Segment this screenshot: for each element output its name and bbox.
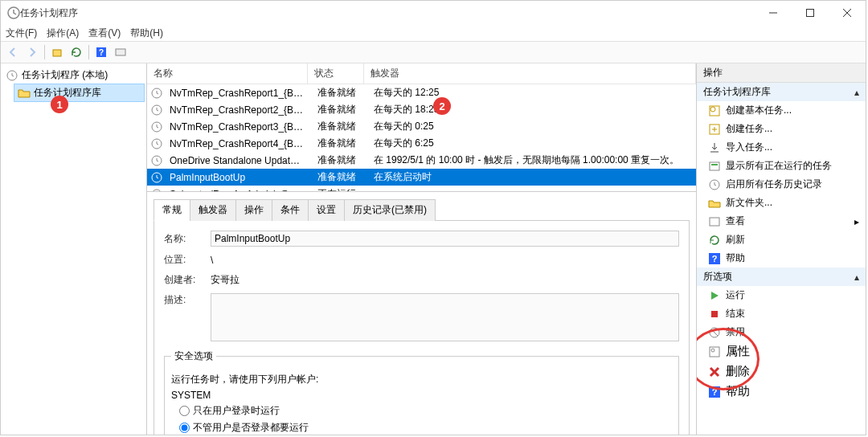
action-import[interactable]: 导入任务... [697,138,866,157]
props-icon [708,345,721,358]
action-disable[interactable]: 禁用 [697,323,866,341]
name-field[interactable] [211,231,679,247]
cell-state: 准备就绪 [311,85,367,100]
cell-name: NvTmRep_CrashReport2_{B2FE1952-0186-46C.… [163,104,311,116]
cell-name: OneDrive Standalone Update Task-S-1-5-21… [163,154,311,167]
action-task-new2[interactable]: 创建任务... [697,120,866,138]
action-label: 查看 [726,214,745,228]
back-button [4,43,22,61]
user-hint: 运行任务时，请使用下列用户帐户: [171,373,672,386]
table-row[interactable]: OneDrive Standalone Update Task-S-1-5-21… [147,152,696,169]
action-view[interactable]: 查看▸ [697,212,866,231]
task-new2-icon [708,123,721,136]
svg-text:?: ? [99,48,104,57]
action-help[interactable]: ?帮助 [697,382,866,402]
table-row[interactable]: PalmInputBootUp准备就绪在系统启动时 [147,169,696,186]
action-help[interactable]: ?帮助 [697,249,866,268]
help-button[interactable]: ? [92,43,110,61]
action-task-new[interactable]: 创建基本任务... [697,101,866,120]
cell-trigger: 在 1992/5/1 的 10:00 时 - 触发后，无限期地每隔 1.00:0… [367,153,696,168]
app-icon [7,6,20,19]
detail-pane: 常规 触发器 操作 条件 设置 历史记录(已禁用) 名称: 位置:\ 创建者:安… [147,192,696,435]
tab-history[interactable]: 历史记录(已禁用) [344,199,436,221]
action-label: 属性 [726,344,750,359]
up-button[interactable] [48,43,66,61]
table-row[interactable]: Snipaste (Run As Admin) @DA39正在运行 [147,186,696,192]
tree-library[interactable]: 任务计划程序库 [14,84,145,102]
radio-loggedon[interactable] [179,406,190,416]
tab-settings[interactable]: 设置 [308,199,345,221]
table-row[interactable]: NvTmRep_CrashReport1_{B2FE1952-0186-46C.… [147,84,696,101]
menu-help[interactable]: 帮助(H) [130,27,163,40]
location-label: 位置: [164,253,204,267]
close-button[interactable] [829,1,866,25]
cell-state: 准备就绪 [311,102,367,117]
running-icon [708,160,721,173]
actions-group-selected[interactable]: 所选项 ▴ [697,268,866,286]
action-label: 创建任务... [726,122,772,136]
run-button[interactable] [112,43,129,61]
radio-anyuser[interactable] [179,423,190,433]
svg-rect-2 [53,50,61,56]
disable-icon [708,326,721,339]
action-label: 新文件夹... [726,196,772,210]
action-play[interactable]: 运行 [697,286,866,304]
action-label: 帮助 [726,251,745,265]
menu-action[interactable]: 操作(A) [47,27,79,40]
tree-root[interactable]: 任务计划程序 (本地) [2,67,145,84]
action-refresh[interactable]: 刷新 [697,231,866,249]
tab-triggers[interactable]: 触发器 [190,199,236,221]
cell-name: NvTmRep_CrashReport1_{B2FE1952-0186-46C.… [163,87,311,100]
action-label: 显示所有正在运行的任务 [726,159,832,173]
menu-view[interactable]: 查看(V) [88,27,121,40]
minimize-button[interactable] [755,1,792,25]
svg-rect-24 [711,311,718,317]
cell-trigger: 在每天的 12:25 [367,85,696,100]
action-label: 帮助 [726,384,750,399]
actions-group-lib[interactable]: 任务计划程序库 ▴ [697,83,866,101]
name-label: 名称: [164,232,204,246]
col-state[interactable]: 状态 [308,63,364,84]
table-row[interactable]: NvTmRep_CrashReport2_{B2FE1952-0186-46C.… [147,101,696,118]
history-icon [708,178,721,191]
desc-field[interactable] [211,293,679,341]
action-delete[interactable]: 删除 [697,361,866,382]
actions-header: 操作 [697,63,866,83]
annotation-badge-2: 2 [433,97,451,115]
action-props[interactable]: 属性 [697,341,866,361]
chevron-right-icon: ▸ [854,216,859,227]
tab-general[interactable]: 常规 [154,199,190,221]
cell-state: 准备就绪 [311,119,367,134]
clock-icon [150,171,163,184]
action-running[interactable]: 显示所有正在运行的任务 [697,157,866,175]
view-icon [708,215,721,228]
collapse-icon: ▴ [854,272,859,283]
cell-trigger: 在系统启动时 [367,169,696,185]
folder-icon [18,87,31,100]
cell-trigger: 在每天的 6:25 [367,136,696,151]
refresh-button[interactable] [68,43,85,61]
clock-icon [150,188,163,193]
radio-loggedon-label: 只在用户登录时运行 [193,404,280,418]
svg-rect-26 [710,347,719,357]
table-row[interactable]: NvTmRep_CrashReport3_{B2FE1952-0186-46C.… [147,118,696,135]
cell-state: 准备就绪 [311,153,367,168]
col-trigger[interactable]: 触发器 [364,63,696,84]
action-label: 结束 [726,307,745,321]
action-history[interactable]: 启用所有任务历史记录 [697,175,866,194]
action-label: 禁用 [726,325,745,339]
svg-rect-5 [116,49,125,55]
radio-anyuser-label: 不管用户是否登录都要运行 [193,421,309,435]
tab-actions[interactable]: 操作 [235,199,272,221]
task-list[interactable]: 名称 状态 触发器 NvTmRep_CrashReport1_{B2FE1952… [147,63,696,192]
table-row[interactable]: NvTmRep_CrashReport4_{B2FE1952-0186-46C.… [147,135,696,152]
actions-pane: 操作 任务计划程序库 ▴ 创建基本任务...创建任务...导入任务...显示所有… [697,63,866,435]
maximize-button[interactable] [792,1,829,25]
menu-file[interactable]: 文件(F) [6,27,37,40]
tab-conditions[interactable]: 条件 [272,199,309,221]
svg-text:?: ? [712,387,718,397]
action-folder[interactable]: 新文件夹... [697,194,866,212]
author-value: 安哥拉 [211,273,240,287]
col-name[interactable]: 名称 [147,63,308,84]
action-stop[interactable]: 结束 [697,304,866,323]
